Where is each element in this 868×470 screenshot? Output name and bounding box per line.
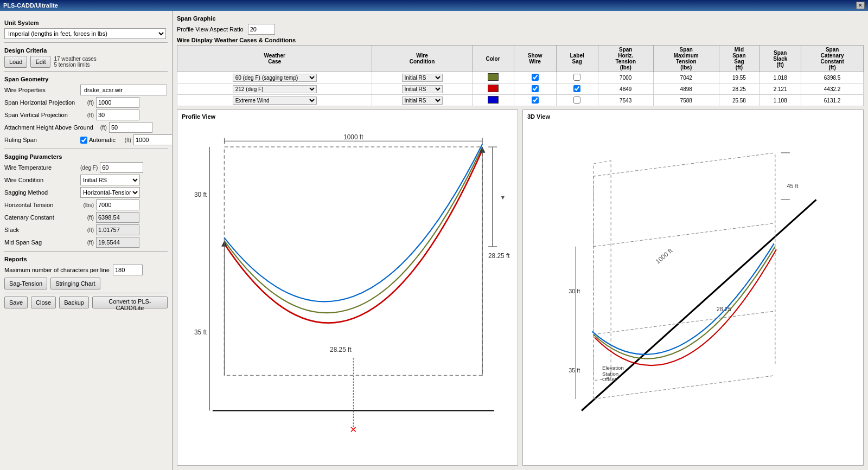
slack-input[interactable] xyxy=(96,224,139,235)
profile-view-ratio-input[interactable] xyxy=(248,24,275,35)
col-color: Color xyxy=(472,46,514,72)
catenary-input[interactable] xyxy=(96,212,139,223)
design-criteria-label: Design Criteria xyxy=(4,47,168,54)
span-graphic-title: Span Graphic xyxy=(177,15,864,22)
svg-text:Elevation: Elevation xyxy=(602,365,624,371)
col-span-slack: SpanSlack(ft) xyxy=(760,46,801,72)
profile-view-panel: Profile View 1000 ft xyxy=(177,110,518,466)
wire-temp-input[interactable] xyxy=(100,162,143,173)
catenary-unit: (ft) xyxy=(80,215,94,221)
table-row: Extreme WindInitial RS7543758825.581.108… xyxy=(177,95,864,106)
profile-view-svg: 1000 ft 30 ft 35 ft 28.25 ft xyxy=(177,110,518,465)
right-panel: Span Graphic Profile View Aspect Ratio W… xyxy=(173,11,868,470)
svg-text:30 ft: 30 ft xyxy=(569,288,580,294)
ruling-span-label: Ruling Span xyxy=(4,137,80,143)
svg-text:30 ft: 30 ft xyxy=(194,191,207,198)
svg-text:28.25: 28.25 xyxy=(717,306,731,312)
ruling-span-auto-label: Automatic xyxy=(89,137,116,143)
span-horiz-input[interactable] xyxy=(96,97,139,108)
col-label-sag: LabelSag xyxy=(556,46,598,72)
sag-tension-button[interactable]: Sag-Tension xyxy=(4,278,47,289)
attach-height-unit: (ft) xyxy=(93,125,107,131)
span-vert-label: Span Vertical Projection xyxy=(4,112,80,118)
span-vert-unit: (ft) xyxy=(80,112,94,118)
span-horiz-label: Span Horizontal Projection xyxy=(4,99,80,106)
sagging-method-select[interactable]: Horizontal-Tension xyxy=(80,187,140,198)
mid-span-sag-input[interactable] xyxy=(96,237,139,248)
unit-system-select[interactable]: Imperial (lengths in feet, forces in lbs… xyxy=(4,28,166,39)
svg-text:1000 ft: 1000 ft xyxy=(343,133,363,141)
sagging-method-label: Sagging Method xyxy=(4,189,80,196)
span-geometry-label: Span Geometry xyxy=(4,76,168,82)
attach-height-input[interactable] xyxy=(109,122,152,133)
3d-view-svg: 1000 ft 28.25 Elevation Station xyxy=(523,110,863,465)
ruling-span-unit: (ft) xyxy=(118,137,131,143)
reports-label: Reports xyxy=(4,256,168,262)
span-horiz-unit: (ft) xyxy=(80,100,94,106)
col-horiz-tension: SpanHoriz.Tension(lbs) xyxy=(598,46,653,72)
weather-cases-table: WeatherCase WireCondition Color ShowWire… xyxy=(177,45,864,106)
wire-props-label: Wire Properties xyxy=(4,87,80,93)
wire-condition-label: Wire Condition xyxy=(4,177,80,183)
table-row: 60 (deg F) (sagging temp)Initial RS70007… xyxy=(177,72,864,83)
ruling-span-input[interactable] xyxy=(133,134,173,145)
weather-cases-info: 17 weather cases xyxy=(54,56,96,62)
max-chars-label: Maximum number of characters per line xyxy=(4,267,113,273)
3d-view-panel: 3D View xyxy=(522,110,864,466)
wire-temp-label: Wire Temperature xyxy=(4,164,80,171)
tension-limits-info: 5 tension limits xyxy=(54,62,96,68)
unit-system-label: Unit System xyxy=(4,20,168,26)
col-max-tension: SpanMaximumTension(lbs) xyxy=(653,46,719,72)
col-wire-condition: WireCondition xyxy=(372,46,472,72)
convert-button[interactable]: Convert to PLS-CADD/Lite xyxy=(92,297,168,308)
ruling-span-auto-check[interactable] xyxy=(80,137,87,144)
col-show-wire: ShowWire xyxy=(514,46,556,72)
svg-text:35 ft: 35 ft xyxy=(569,367,580,374)
left-panel: Unit System Imperial (lengths in feet, f… xyxy=(0,11,173,470)
wire-temp-unit: (deg F) xyxy=(80,165,98,171)
sagging-params-label: Sagging Parameters xyxy=(4,153,168,160)
svg-text:Station: Station xyxy=(602,371,618,377)
mid-span-sag-unit: (ft) xyxy=(80,240,94,246)
span-vert-input[interactable] xyxy=(96,110,139,120)
horiz-tension-input[interactable] xyxy=(96,199,139,210)
wire-condition-select[interactable]: Initial RS xyxy=(80,175,140,185)
app-title: PLS-CADD/Ultralite xyxy=(3,2,58,9)
catenary-label: Catenary Constant xyxy=(4,214,80,221)
svg-rect-0 xyxy=(177,130,518,446)
title-bar: PLS-CADD/Ultralite ✕ xyxy=(0,0,868,11)
svg-text:35 ft: 35 ft xyxy=(194,329,207,336)
svg-text:28.25 ft: 28.25 ft xyxy=(488,252,510,260)
svg-text:45 ft: 45 ft xyxy=(787,183,798,189)
close-window-button[interactable]: ✕ xyxy=(856,2,865,9)
col-weather-case: WeatherCase xyxy=(177,46,372,72)
attach-height-label: Attachment Height Above Ground xyxy=(4,124,93,131)
col-mid-span-sag: MidSpanSag(ft) xyxy=(719,46,760,72)
horiz-tension-label: Horizontal Tension xyxy=(4,202,80,208)
slack-unit: (ft) xyxy=(80,227,94,233)
slack-label: Slack xyxy=(4,227,80,233)
wire-display-title: Wire Display Weather Cases & Conditions xyxy=(177,37,864,43)
edit-button[interactable]: Edit xyxy=(30,56,50,68)
mid-span-sag-label: Mid Span Sag xyxy=(4,239,80,246)
table-row: 212 (deg F)Initial RS4849489828.252.1214… xyxy=(177,83,864,95)
3d-view-title: 3D View xyxy=(527,113,550,120)
svg-text:28.25 ft: 28.25 ft xyxy=(330,346,352,353)
svg-text:▼: ▼ xyxy=(500,194,506,201)
save-button[interactable]: Save xyxy=(4,297,28,308)
wire-props-button[interactable]: drake_acsr.wir xyxy=(80,85,167,95)
close-button[interactable]: Close xyxy=(31,297,56,308)
stringing-chart-button[interactable]: Stringing Chart xyxy=(50,278,100,289)
profile-view-label: Profile View Aspect Ratio xyxy=(177,26,244,33)
max-chars-input[interactable] xyxy=(113,265,143,275)
profile-view-title: Profile View xyxy=(182,113,215,120)
load-button[interactable]: Load xyxy=(4,56,27,68)
backup-button[interactable]: Backup xyxy=(59,297,89,308)
svg-text:Offset: Offset xyxy=(602,376,616,382)
horiz-tension-unit: (lbs) xyxy=(80,202,94,208)
col-catenary-const: SpanCatenaryConstant(ft) xyxy=(801,46,864,72)
